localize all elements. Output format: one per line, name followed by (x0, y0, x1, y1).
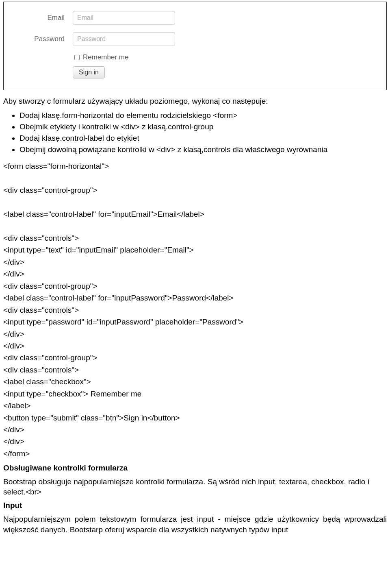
section-heading-controls: Obsługiwane kontrolki formularza (3, 464, 387, 473)
password-row: Password (22, 32, 368, 46)
input-heading: Input (3, 501, 387, 510)
list-item: Obejmik etykiety i kontrolki w <div> z k… (20, 122, 387, 132)
code-example: <form class="form-horizontal"> <div clas… (3, 160, 387, 460)
input-paragraph: Najpopularniejszym polem tekstowym formu… (3, 514, 387, 534)
section-paragraph: Bootstrap obsługuje najpopularniejsze ko… (3, 477, 387, 497)
remember-me-text: Remember me (83, 53, 128, 61)
email-label: Email (22, 14, 65, 22)
password-field[interactable] (73, 32, 175, 46)
list-item: Obejmij dowolną powiązane kontrolki w <d… (20, 144, 387, 155)
login-form-screenshot: Email Password Remember me Sign in (3, 2, 387, 90)
email-row: Email (22, 11, 368, 25)
intro-paragraph: Aby stworzy c formularz używający układu… (3, 96, 387, 106)
remember-me-label[interactable]: Remember me (73, 53, 368, 61)
form-controls: Remember me Sign in (73, 53, 368, 78)
list-item: Dodaj klasę.form-horizontal do elementu … (20, 110, 387, 120)
remember-me-checkbox[interactable] (74, 55, 80, 60)
sign-in-button[interactable]: Sign in (73, 66, 105, 78)
instructions-list: Dodaj klasę.form-horizontal do elementu … (20, 110, 387, 155)
email-field[interactable] (73, 11, 175, 25)
list-item: Dodaj klasę.control-label do etykiet (20, 133, 387, 143)
password-label: Password (22, 35, 65, 43)
